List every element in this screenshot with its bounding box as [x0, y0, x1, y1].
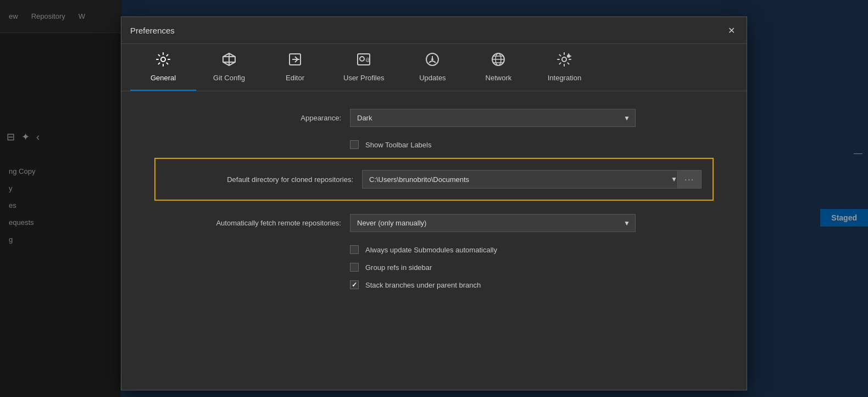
submodules-label: Always update Submodules automatically	[365, 246, 497, 254]
dialog-title: Preferences	[130, 26, 175, 35]
appearance-select[interactable]: Dark Light System Default	[350, 109, 636, 127]
stack-branches-checkbox[interactable]: ✓	[350, 280, 359, 289]
network-icon	[491, 52, 506, 69]
tab-updates-label: Updates	[419, 74, 446, 82]
svg-text:@: @	[365, 57, 370, 63]
toolbar-labels-label: Show Toolbar Labels	[365, 141, 431, 149]
close-button[interactable]: ✕	[725, 24, 738, 37]
tab-integration-label: Integration	[548, 74, 581, 82]
tab-general-label: General	[151, 74, 176, 82]
tab-general[interactable]: General	[130, 44, 196, 91]
appearance-row: Appearance: Dark Light System Default ▼	[154, 109, 714, 127]
default-dir-select[interactable]: C:\Users\brunobrito\Documents	[362, 170, 677, 189]
default-dir-select-wrapper: C:\Users\brunobrito\Documents ▼ ···	[362, 170, 702, 189]
submodules-checkbox[interactable]	[350, 245, 359, 254]
default-dir-section: Default directory for cloned repositorie…	[154, 158, 714, 201]
general-icon	[155, 52, 171, 69]
appearance-label: Appearance:	[154, 114, 341, 122]
tab-gitconfig-label: Git Config	[213, 74, 245, 82]
stack-branches-row: ✓ Stack branches under parent branch	[350, 280, 714, 289]
toolbar-labels-checkbox[interactable]	[350, 140, 359, 149]
svg-point-18	[567, 54, 570, 58]
svg-point-0	[161, 57, 165, 62]
group-refs-label: Group refs in sidebar	[365, 263, 432, 272]
userprofiles-icon: @	[356, 52, 371, 69]
auto-fetch-label: Automatically fetch remote repositories:	[154, 219, 341, 227]
appearance-select-wrapper: Dark Light System Default ▼	[350, 109, 636, 127]
svg-point-8	[360, 57, 364, 61]
auto-fetch-select-wrapper: Never (only manually) Every 5 minutes Ev…	[350, 214, 636, 232]
default-dir-label: Default directory for cloned repositorie…	[166, 175, 353, 184]
auto-fetch-row: Automatically fetch remote repositories:…	[154, 214, 714, 232]
group-refs-checkbox[interactable]	[350, 263, 359, 272]
tab-network-label: Network	[486, 74, 512, 82]
toolbar-labels-row: Show Toolbar Labels	[350, 140, 714, 149]
integration-icon	[557, 52, 572, 69]
stack-branches-check: ✓	[352, 281, 357, 289]
auto-fetch-select[interactable]: Never (only manually) Every 5 minutes Ev…	[350, 214, 636, 232]
dialog-content: Appearance: Dark Light System Default ▼ …	[121, 91, 747, 316]
dialog-titlebar: Preferences ✕	[121, 17, 747, 44]
tab-gitconfig[interactable]: Git Config	[196, 44, 262, 91]
tabs-bar: General Git Config Editor	[121, 44, 747, 91]
tab-network[interactable]: Network	[465, 44, 531, 91]
tab-integration[interactable]: Integration	[531, 44, 597, 91]
submodules-row: Always update Submodules automatically	[350, 245, 714, 254]
stack-branches-label: Stack branches under parent branch	[365, 281, 481, 289]
browse-button[interactable]: ···	[677, 170, 702, 189]
tab-updates[interactable]: Updates	[399, 44, 465, 91]
group-refs-row: Group refs in sidebar	[350, 263, 714, 272]
tab-editor-label: Editor	[286, 74, 304, 82]
tab-userprofiles-label: User Profiles	[343, 74, 384, 82]
editor-icon	[287, 52, 303, 69]
updates-icon	[425, 52, 440, 69]
preferences-dialog: Preferences ✕ General Git C	[121, 16, 747, 390]
tab-editor[interactable]: Editor	[262, 44, 328, 91]
gitconfig-icon	[221, 52, 237, 69]
tab-userprofiles[interactable]: @ User Profiles	[328, 44, 399, 91]
svg-point-17	[562, 57, 566, 62]
